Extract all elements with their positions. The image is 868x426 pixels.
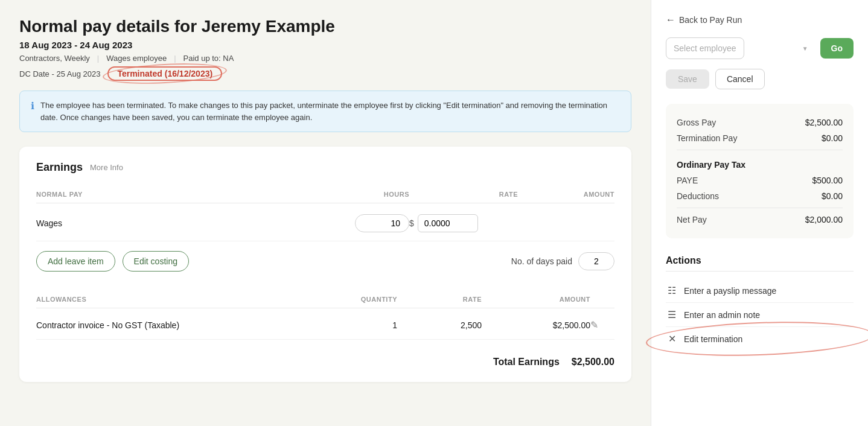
net-pay-value: $2,000.00 <box>805 215 843 224</box>
edit-allowance-icon[interactable]: ✎ <box>590 320 598 330</box>
admin-note-icon: ☰ <box>666 309 678 320</box>
total-row: Total Earnings $2,500.00 <box>36 352 614 367</box>
allowances-section: ALLOWANCES QUANTITY RATE AMOUNT Contract… <box>36 291 614 340</box>
payslip-message-icon: ☷ <box>666 285 678 296</box>
payslip-message-action[interactable]: ☷ Enter a payslip message <box>666 279 854 303</box>
date-range: 18 Aug 2023 - 24 Aug 2023 <box>19 40 631 50</box>
wages-label: Wages <box>36 218 301 228</box>
contractor-amount: $2,500.00 <box>482 320 590 330</box>
select-go-row: Select employee Go <box>666 37 854 59</box>
contractor-invoice-label: Contractor invoice - No GST (Taxable) <box>36 320 313 330</box>
back-to-pay-run-link[interactable]: ← Back to Pay Run <box>666 14 854 25</box>
hours-cell <box>301 214 409 232</box>
action-row: Add leave item Edit costing No. of days … <box>36 251 614 274</box>
deductions-row: Deductions $0.00 <box>677 188 843 204</box>
employee-select-wrapper: Select employee <box>666 37 814 59</box>
termination-pay-label: Termination Pay <box>677 133 737 143</box>
action-buttons: Add leave item Edit costing <box>36 251 189 272</box>
admin-note-action[interactable]: ☰ Enter an admin note <box>666 303 854 327</box>
wages-row: Wages $ <box>36 206 614 241</box>
ordinary-pay-tax-label: Ordinary Pay Tax <box>677 160 745 170</box>
earnings-card: Earnings More Info NORMAL PAY HOURS RATE… <box>19 147 631 382</box>
more-info-link[interactable]: More Info <box>90 163 123 172</box>
dc-date: DC Date - 25 Aug 2023 <box>19 69 100 78</box>
sidebar: ← Back to Pay Run Select employee Go Sav… <box>651 0 868 426</box>
total-earnings-amount: $2,500.00 <box>572 357 614 367</box>
normal-pay-table-header: NORMAL PAY HOURS RATE AMOUNT <box>36 186 614 203</box>
payslip-message-label: Enter a payslip message <box>684 286 776 296</box>
terminated-badge: Terminated (16/12/2023) <box>107 66 222 81</box>
back-arrow-icon: ← <box>666 14 675 25</box>
contractor-rate: 2,500 <box>397 320 482 330</box>
rate-col-header: RATE <box>409 191 518 198</box>
rate-cell: $ <box>409 214 518 232</box>
gross-pay-value: $2,500.00 <box>805 118 843 127</box>
paid-up-to-label: Paid up to: NA <box>183 54 234 63</box>
allowances-amount-col-header: AMOUNT <box>482 296 590 303</box>
days-paid-group: No. of days paid <box>511 252 614 270</box>
allowances-row: Contractor invoice - No GST (Taxable) 1 … <box>36 311 614 340</box>
group-label: Contractors, Weekly <box>19 54 90 63</box>
hours-input[interactable] <box>355 214 409 232</box>
rate-input[interactable] <box>418 214 478 232</box>
edit-allowance-cell: ✎ <box>590 319 614 331</box>
ordinary-pay-tax-row: Ordinary Pay Tax <box>677 155 843 173</box>
info-text: The employee has been terminated. To mak… <box>40 100 620 123</box>
total-earnings-label: Total Earnings <box>493 357 560 367</box>
go-button[interactable]: Go <box>820 38 854 59</box>
cancel-button[interactable]: Cancel <box>715 69 765 89</box>
allowances-col-header: ALLOWANCES <box>36 296 313 303</box>
save-cancel-row: Save Cancel <box>666 69 854 89</box>
add-leave-button[interactable]: Add leave item <box>36 251 115 272</box>
admin-note-label: Enter an admin note <box>684 310 760 320</box>
deductions-value: $0.00 <box>822 191 843 201</box>
contractor-quantity: 1 <box>313 320 397 330</box>
days-paid-input[interactable] <box>578 252 614 270</box>
currency-symbol: $ <box>409 218 414 228</box>
net-pay-label: Net Pay <box>677 215 707 224</box>
info-icon: ℹ <box>31 100 34 112</box>
net-pay-row: Net Pay $2,000.00 <box>677 212 843 227</box>
days-paid-label: No. of days paid <box>511 256 572 266</box>
save-button[interactable]: Save <box>666 69 709 89</box>
termination-pay-value: $0.00 <box>822 133 843 143</box>
paye-row: PAYE $500.00 <box>677 173 843 188</box>
back-link-label: Back to Pay Run <box>679 15 742 25</box>
amount-col-header: AMOUNT <box>518 191 614 198</box>
normal-pay-col-header: NORMAL PAY <box>36 191 301 198</box>
type-label: Wages employee <box>106 54 167 63</box>
employee-select[interactable]: Select employee <box>666 37 744 59</box>
paye-label: PAYE <box>677 176 698 185</box>
edit-termination-label: Edit termination <box>684 334 742 344</box>
edit-termination-action[interactable]: ✕ Edit termination <box>666 327 854 351</box>
deductions-label: Deductions <box>677 191 719 201</box>
actions-section: Actions ☷ Enter a payslip message ☰ Ente… <box>666 255 854 351</box>
allowances-table-header: ALLOWANCES QUANTITY RATE AMOUNT <box>36 291 614 308</box>
hours-col-header: HOURS <box>301 191 409 198</box>
edit-costing-button[interactable]: Edit costing <box>123 251 189 272</box>
paye-value: $500.00 <box>812 176 843 185</box>
earnings-title: Earnings <box>36 161 83 174</box>
gross-pay-label: Gross Pay <box>677 118 716 127</box>
termination-pay-row: Termination Pay $0.00 <box>677 130 843 146</box>
edit-termination-icon: ✕ <box>666 333 678 345</box>
actions-title: Actions <box>666 255 854 272</box>
quantity-col-header: QUANTITY <box>313 296 397 303</box>
info-banner: ℹ The employee has been terminated. To m… <box>19 91 631 132</box>
summary-section: Gross Pay $2,500.00 Termination Pay $0.0… <box>666 104 854 238</box>
allowances-rate-col-header: RATE <box>397 296 482 303</box>
page-title: Normal pay details for Jeremy Example <box>19 17 631 36</box>
gross-pay-row: Gross Pay $2,500.00 <box>677 115 843 130</box>
